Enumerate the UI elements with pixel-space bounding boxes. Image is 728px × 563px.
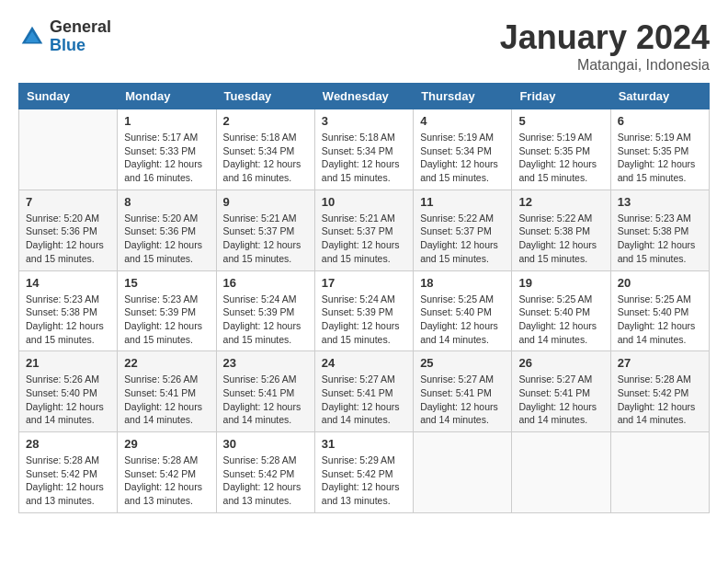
calendar-cell: 3Sunrise: 5:18 AM Sunset: 5:34 PM Daylig… bbox=[314, 109, 413, 190]
calendar-cell: 18Sunrise: 5:25 AM Sunset: 5:40 PM Dayli… bbox=[414, 270, 512, 351]
day-number: 10 bbox=[322, 195, 406, 209]
day-info: Sunrise: 5:27 AM Sunset: 5:41 PM Dayligh… bbox=[518, 373, 603, 427]
calendar-cell: 27Sunrise: 5:28 AM Sunset: 5:42 PM Dayli… bbox=[610, 351, 709, 432]
day-number: 23 bbox=[223, 356, 308, 370]
column-header-saturday: Saturday bbox=[610, 84, 709, 109]
calendar-cell: 28Sunrise: 5:28 AM Sunset: 5:42 PM Dayli… bbox=[19, 432, 118, 513]
week-row-4: 21Sunrise: 5:26 AM Sunset: 5:40 PM Dayli… bbox=[19, 351, 710, 432]
day-number: 7 bbox=[26, 195, 110, 209]
calendar-cell: 13Sunrise: 5:23 AM Sunset: 5:38 PM Dayli… bbox=[610, 190, 709, 270]
logo-blue: Blue bbox=[50, 36, 85, 54]
day-number: 17 bbox=[322, 276, 406, 290]
calendar-cell: 4Sunrise: 5:19 AM Sunset: 5:34 PM Daylig… bbox=[414, 109, 512, 190]
column-header-sunday: Sunday bbox=[19, 84, 118, 109]
day-info: Sunrise: 5:21 AM Sunset: 5:37 PM Dayligh… bbox=[322, 212, 406, 266]
day-number: 21 bbox=[26, 356, 110, 370]
day-number: 5 bbox=[518, 114, 603, 128]
day-info: Sunrise: 5:25 AM Sunset: 5:40 PM Dayligh… bbox=[518, 293, 603, 347]
day-info: Sunrise: 5:23 AM Sunset: 5:38 PM Dayligh… bbox=[618, 212, 702, 266]
day-number: 12 bbox=[518, 195, 603, 209]
logo-general: General bbox=[50, 17, 111, 36]
logo: General Blue bbox=[18, 18, 111, 55]
calendar-cell: 10Sunrise: 5:21 AM Sunset: 5:37 PM Dayli… bbox=[314, 190, 413, 270]
day-number: 31 bbox=[322, 437, 406, 451]
calendar-cell: 12Sunrise: 5:22 AM Sunset: 5:38 PM Dayli… bbox=[512, 190, 610, 270]
calendar-header: SundayMondayTuesdayWednesdayThursdayFrid… bbox=[19, 84, 710, 109]
column-header-friday: Friday bbox=[512, 84, 610, 109]
day-number: 2 bbox=[223, 114, 308, 128]
calendar-body: 1Sunrise: 5:17 AM Sunset: 5:33 PM Daylig… bbox=[19, 109, 710, 513]
day-number: 19 bbox=[518, 276, 603, 290]
calendar-cell bbox=[414, 432, 512, 513]
calendar-cell: 5Sunrise: 5:19 AM Sunset: 5:35 PM Daylig… bbox=[512, 109, 610, 190]
day-info: Sunrise: 5:19 AM Sunset: 5:35 PM Dayligh… bbox=[518, 131, 603, 185]
calendar-cell: 6Sunrise: 5:19 AM Sunset: 5:35 PM Daylig… bbox=[610, 109, 709, 190]
day-info: Sunrise: 5:28 AM Sunset: 5:42 PM Dayligh… bbox=[26, 454, 110, 508]
week-row-2: 7Sunrise: 5:20 AM Sunset: 5:36 PM Daylig… bbox=[19, 190, 710, 270]
day-number: 4 bbox=[420, 114, 505, 128]
calendar-cell bbox=[512, 432, 610, 513]
month-title: January 2024 bbox=[500, 18, 710, 57]
day-number: 27 bbox=[618, 356, 702, 370]
page-header: General Blue January 2024 Matangai, Indo… bbox=[18, 18, 710, 74]
calendar-cell: 2Sunrise: 5:18 AM Sunset: 5:34 PM Daylig… bbox=[216, 109, 314, 190]
week-row-1: 1Sunrise: 5:17 AM Sunset: 5:33 PM Daylig… bbox=[19, 109, 710, 190]
day-number: 28 bbox=[26, 437, 110, 451]
week-row-5: 28Sunrise: 5:28 AM Sunset: 5:42 PM Dayli… bbox=[19, 432, 710, 513]
column-header-tuesday: Tuesday bbox=[216, 84, 314, 109]
day-info: Sunrise: 5:27 AM Sunset: 5:41 PM Dayligh… bbox=[420, 373, 505, 427]
day-info: Sunrise: 5:20 AM Sunset: 5:36 PM Dayligh… bbox=[26, 212, 110, 266]
day-number: 8 bbox=[124, 195, 209, 209]
week-row-3: 14Sunrise: 5:23 AM Sunset: 5:38 PM Dayli… bbox=[19, 270, 710, 351]
day-info: Sunrise: 5:27 AM Sunset: 5:41 PM Dayligh… bbox=[322, 373, 406, 427]
calendar-cell: 14Sunrise: 5:23 AM Sunset: 5:38 PM Dayli… bbox=[19, 270, 118, 351]
day-info: Sunrise: 5:18 AM Sunset: 5:34 PM Dayligh… bbox=[223, 131, 308, 185]
day-info: Sunrise: 5:18 AM Sunset: 5:34 PM Dayligh… bbox=[322, 131, 406, 185]
calendar-cell: 21Sunrise: 5:26 AM Sunset: 5:40 PM Dayli… bbox=[19, 351, 118, 432]
header-row: SundayMondayTuesdayWednesdayThursdayFrid… bbox=[19, 84, 710, 109]
day-info: Sunrise: 5:23 AM Sunset: 5:38 PM Dayligh… bbox=[26, 293, 110, 347]
calendar-cell: 25Sunrise: 5:27 AM Sunset: 5:41 PM Dayli… bbox=[414, 351, 512, 432]
column-header-monday: Monday bbox=[118, 84, 216, 109]
day-number: 26 bbox=[518, 356, 603, 370]
day-info: Sunrise: 5:22 AM Sunset: 5:37 PM Dayligh… bbox=[420, 212, 505, 266]
calendar-cell: 16Sunrise: 5:24 AM Sunset: 5:39 PM Dayli… bbox=[216, 270, 314, 351]
day-number: 29 bbox=[124, 437, 209, 451]
calendar-cell: 19Sunrise: 5:25 AM Sunset: 5:40 PM Dayli… bbox=[512, 270, 610, 351]
day-number: 3 bbox=[322, 114, 406, 128]
day-info: Sunrise: 5:21 AM Sunset: 5:37 PM Dayligh… bbox=[223, 212, 308, 266]
calendar-cell: 23Sunrise: 5:26 AM Sunset: 5:41 PM Dayli… bbox=[216, 351, 314, 432]
day-number: 25 bbox=[420, 356, 505, 370]
calendar-cell: 26Sunrise: 5:27 AM Sunset: 5:41 PM Dayli… bbox=[512, 351, 610, 432]
calendar-cell: 29Sunrise: 5:28 AM Sunset: 5:42 PM Dayli… bbox=[118, 432, 216, 513]
day-number: 30 bbox=[223, 437, 308, 451]
day-info: Sunrise: 5:24 AM Sunset: 5:39 PM Dayligh… bbox=[223, 293, 308, 347]
column-header-wednesday: Wednesday bbox=[314, 84, 413, 109]
day-info: Sunrise: 5:25 AM Sunset: 5:40 PM Dayligh… bbox=[420, 293, 505, 347]
day-info: Sunrise: 5:26 AM Sunset: 5:41 PM Dayligh… bbox=[223, 373, 308, 427]
calendar-cell: 15Sunrise: 5:23 AM Sunset: 5:39 PM Dayli… bbox=[118, 270, 216, 351]
day-number: 16 bbox=[223, 276, 308, 290]
calendar-table: SundayMondayTuesdayWednesdayThursdayFrid… bbox=[18, 83, 710, 513]
day-info: Sunrise: 5:29 AM Sunset: 5:42 PM Dayligh… bbox=[322, 454, 406, 508]
day-info: Sunrise: 5:20 AM Sunset: 5:36 PM Dayligh… bbox=[124, 212, 209, 266]
day-info: Sunrise: 5:25 AM Sunset: 5:40 PM Dayligh… bbox=[618, 293, 702, 347]
day-info: Sunrise: 5:22 AM Sunset: 5:38 PM Dayligh… bbox=[518, 212, 603, 266]
day-number: 11 bbox=[420, 195, 505, 209]
calendar-cell bbox=[19, 109, 118, 190]
title-block: January 2024 Matangai, Indonesia bbox=[500, 18, 710, 74]
column-header-thursday: Thursday bbox=[414, 84, 512, 109]
calendar-cell: 31Sunrise: 5:29 AM Sunset: 5:42 PM Dayli… bbox=[314, 432, 413, 513]
day-info: Sunrise: 5:26 AM Sunset: 5:40 PM Dayligh… bbox=[26, 373, 110, 427]
calendar-cell: 17Sunrise: 5:24 AM Sunset: 5:39 PM Dayli… bbox=[314, 270, 413, 351]
day-info: Sunrise: 5:28 AM Sunset: 5:42 PM Dayligh… bbox=[124, 454, 209, 508]
day-number: 13 bbox=[618, 195, 702, 209]
day-number: 9 bbox=[223, 195, 308, 209]
day-info: Sunrise: 5:24 AM Sunset: 5:39 PM Dayligh… bbox=[322, 293, 406, 347]
calendar-cell: 8Sunrise: 5:20 AM Sunset: 5:36 PM Daylig… bbox=[118, 190, 216, 270]
day-number: 24 bbox=[322, 356, 406, 370]
day-number: 15 bbox=[124, 276, 209, 290]
day-info: Sunrise: 5:17 AM Sunset: 5:33 PM Dayligh… bbox=[124, 131, 209, 185]
calendar-cell: 7Sunrise: 5:20 AM Sunset: 5:36 PM Daylig… bbox=[19, 190, 118, 270]
day-info: Sunrise: 5:19 AM Sunset: 5:34 PM Dayligh… bbox=[420, 131, 505, 185]
